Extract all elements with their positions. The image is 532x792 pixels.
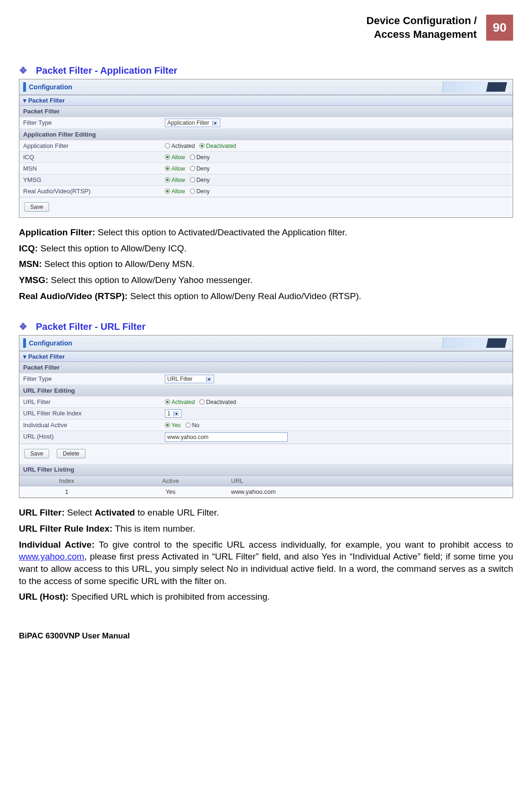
col-url: URL xyxy=(227,476,513,486)
accent-bar-icon xyxy=(23,82,26,92)
radio-activated[interactable]: Activated xyxy=(165,143,195,149)
label-ymsg: YMSG xyxy=(19,174,161,185)
diamond-bullet-icon: ❖ xyxy=(19,65,27,76)
chevron-down-icon: ▾ xyxy=(173,411,179,416)
subheader-url-filter-listing: URL Filter Listing xyxy=(19,464,161,475)
label-filter-type: Filter Type xyxy=(19,117,161,129)
section-heading-app-filter: ❖Packet Filter - Application Filter xyxy=(19,65,513,76)
subheader-packet-filter: Packet Filter xyxy=(19,362,161,373)
chevron-down-icon: ▾ xyxy=(206,377,212,382)
decorative-graphic xyxy=(443,337,509,349)
radio-url-deactivated[interactable]: Deactivated xyxy=(199,399,236,405)
desc-application-filter: Application Filter: Select this option t… xyxy=(19,226,513,239)
radio-deactivated[interactable]: Deactivated xyxy=(199,143,236,149)
save-button[interactable]: Save xyxy=(24,449,49,458)
accent-bar-icon xyxy=(23,338,26,348)
panel-header: Configuration xyxy=(19,79,513,95)
footer-manual-title: BiPAC 6300VNP User Manual xyxy=(19,631,513,641)
header-line2: Access Management xyxy=(374,28,477,40)
radio-url-activated[interactable]: Activated xyxy=(165,399,195,405)
cell-index: 1 xyxy=(19,486,114,497)
cell-active: Yes xyxy=(114,486,227,497)
filter-type-select[interactable]: Application Filter▾ xyxy=(165,119,220,127)
radio-ymsg-allow[interactable]: Allow xyxy=(165,177,185,183)
label-icq: ICQ xyxy=(19,152,161,163)
filter-type-select[interactable]: URL Filter ▾ xyxy=(165,375,214,383)
header-line1: Device Configuration / xyxy=(367,15,477,26)
url-host-input[interactable]: www.yahoo.com xyxy=(165,432,288,442)
chevron-down-icon: ▾ xyxy=(212,121,218,126)
subheader-packet-filter: Packet Filter xyxy=(19,106,161,117)
configuration-title: Configuration xyxy=(29,339,72,347)
radio-individual-yes[interactable]: Yes xyxy=(165,422,181,429)
label-filter-type: Filter Type xyxy=(19,373,161,385)
rule-index-select[interactable]: 1▾ xyxy=(165,409,181,418)
label-msn: MSN xyxy=(19,163,161,174)
radio-msn-deny[interactable]: Deny xyxy=(190,165,210,172)
col-active: Active xyxy=(114,476,227,486)
desc-url-filter: URL Filter: Select Activated to enable U… xyxy=(19,507,513,519)
label-rtsp: Real Audio/Video(RTSP) xyxy=(19,186,161,197)
radio-msn-allow[interactable]: Allow xyxy=(165,165,185,172)
radio-rtsp-allow[interactable]: Allow xyxy=(165,188,185,195)
label-url-filter: URL Filter xyxy=(19,396,161,407)
panel-header: Configuration xyxy=(19,336,513,351)
label-individual-active: Individual Active xyxy=(19,420,161,430)
radio-rtsp-deny[interactable]: Deny xyxy=(190,188,210,195)
section-heading-url-filter: ❖Packet Filter - URL Filter xyxy=(19,321,513,332)
desc-msn: MSN: Select this option to Allow/Deny MS… xyxy=(19,258,513,270)
page-header-title: Device Configuration / Access Management xyxy=(367,14,477,41)
save-button[interactable]: Save xyxy=(24,202,49,212)
desc-individual-active: Individual Active: To give control to th… xyxy=(19,539,513,587)
band-packet-filter: ▾ Packet Filter xyxy=(19,95,513,106)
radio-icq-deny[interactable]: Deny xyxy=(190,154,210,161)
band-packet-filter: ▾ Packet Filter xyxy=(19,351,513,362)
panel-application-filter: Configuration ▾ Packet Filter Packet Fil… xyxy=(19,79,513,218)
radio-ymsg-deny[interactable]: Deny xyxy=(190,177,210,183)
delete-button[interactable]: Delete xyxy=(57,449,86,458)
decorative-graphic xyxy=(443,81,509,93)
subheader-url-filter-editing: URL Filter Editing xyxy=(19,385,161,396)
page-number-badge: 90 xyxy=(486,15,513,41)
configuration-title: Configuration xyxy=(29,83,72,91)
desc-rtsp: Real Audio/Video (RTSP): Select this opt… xyxy=(19,290,513,302)
cell-url: www.yahoo.com xyxy=(227,486,513,497)
col-index: Index xyxy=(19,476,114,486)
listing-header: Index Active URL xyxy=(19,475,513,486)
subheader-app-filter-editing: Application Filter Editing xyxy=(19,129,161,140)
desc-url-host: URL (Host): Specified URL which is prohi… xyxy=(19,591,513,603)
radio-individual-no[interactable]: No xyxy=(186,422,199,429)
link-yahoo[interactable]: www.yahoo.com xyxy=(19,551,84,561)
label-rule-index: URL Filter Rule Index xyxy=(19,408,161,419)
desc-icq: ICQ: Select this option to Allow/Deny IC… xyxy=(19,242,513,255)
listing-row: 1 Yes www.yahoo.com xyxy=(19,486,513,498)
label-application-filter: Application Filter xyxy=(19,140,161,151)
diamond-bullet-icon: ❖ xyxy=(19,321,27,332)
radio-icq-allow[interactable]: Allow xyxy=(165,154,185,161)
label-url-host: URL (Host) xyxy=(19,431,161,443)
desc-rule-index: URL Filter Rule Index: This is item numb… xyxy=(19,523,513,535)
desc-ymsg: YMSG: Select this option to Allow/Deny Y… xyxy=(19,274,513,286)
panel-url-filter: Configuration ▾ Packet Filter Packet Fil… xyxy=(19,335,513,498)
